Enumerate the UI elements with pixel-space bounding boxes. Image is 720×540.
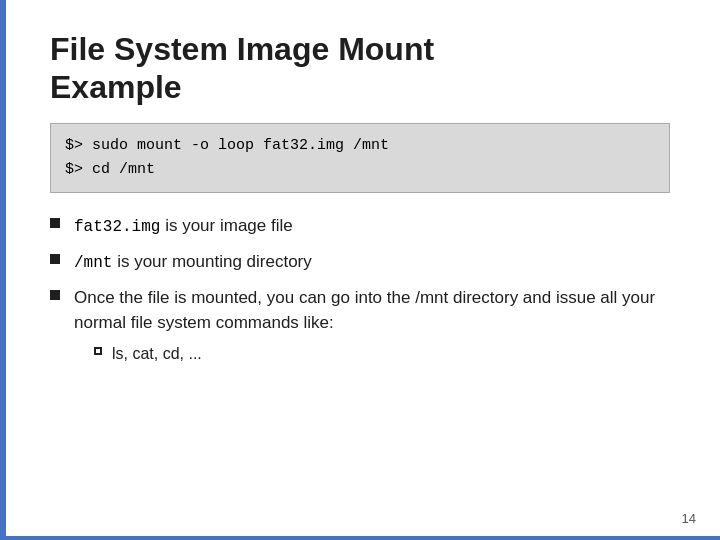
list-item: Once the file is mounted, you can go int… [50, 285, 670, 366]
bullet-text-1: is your image file [160, 216, 292, 235]
bullet-text-3: Once the file is mounted, you can go int… [74, 288, 655, 333]
code-line-2: $> cd /mnt [65, 158, 655, 182]
bullet-content-3: Once the file is mounted, you can go int… [74, 285, 670, 366]
left-accent-bar [0, 0, 6, 540]
title-line2: Example [50, 69, 182, 105]
code-block: $> sudo mount -o loop fat32.img /mnt $> … [50, 123, 670, 193]
list-item: fat32.img is your image file [50, 213, 670, 239]
bullet-content-1: fat32.img is your image file [74, 213, 670, 239]
bullet-content-2: /mnt is your mounting directory [74, 249, 670, 275]
title-line1: File System Image Mount [50, 31, 434, 67]
inline-code-1: fat32.img [74, 218, 160, 236]
bottom-accent-bar [0, 536, 720, 540]
inline-code-2: /mnt [74, 254, 112, 272]
list-item: /mnt is your mounting directory [50, 249, 670, 275]
code-line-1: $> sudo mount -o loop fat32.img /mnt [65, 134, 655, 158]
page-number: 14 [682, 511, 696, 526]
slide: File System Image Mount Example $> sudo … [0, 0, 720, 540]
bullet-icon [50, 254, 60, 264]
sub-bullet-icon [94, 347, 102, 355]
slide-title: File System Image Mount Example [50, 30, 670, 107]
bullet-list: fat32.img is your image file /mnt is you… [50, 213, 670, 366]
sub-list: ls, cat, cd, ... [74, 342, 670, 366]
sub-list-item: ls, cat, cd, ... [94, 342, 670, 366]
bullet-icon [50, 218, 60, 228]
bullet-text-2: is your mounting directory [112, 252, 311, 271]
sub-item-text: ls, cat, cd, ... [112, 342, 202, 366]
bullet-icon [50, 290, 60, 300]
